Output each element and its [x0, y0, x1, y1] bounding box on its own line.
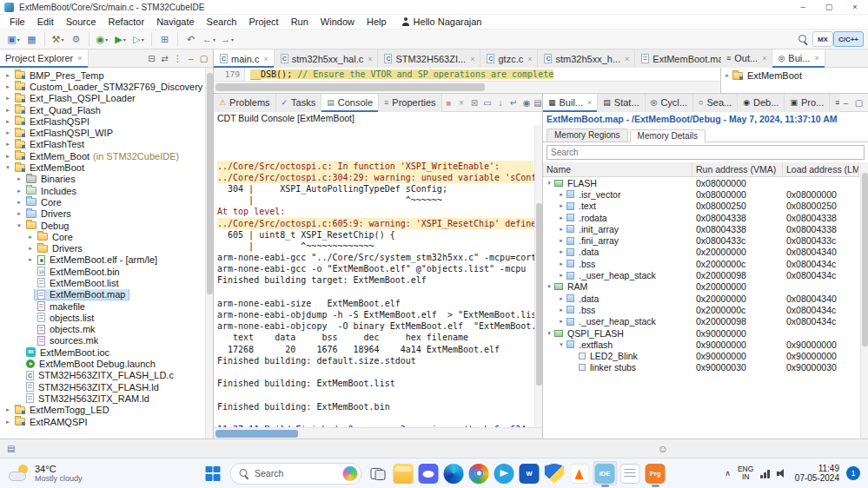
- expander-icon[interactable]: ▸: [723, 72, 732, 79]
- tree-item-extmemboot-list[interactable]: ExtMemBoot.list: [0, 277, 204, 288]
- memory-row-user-heap-stack[interactable]: ▸._user_heap_stack0x200000980x0800434c: [543, 269, 859, 280]
- tab-stat[interactable]: ▤Stat...: [598, 94, 645, 112]
- weather-widget[interactable]: 34°C Mostly cloudy: [0, 464, 91, 484]
- link-with-editor-icon[interactable]: ⇄: [158, 54, 171, 63]
- editor-tab-gtzc-c[interactable]: gtzc.c×: [480, 49, 538, 68]
- dropdown-arrow-icon[interactable]: ▾: [231, 36, 234, 43]
- memory-row-ram[interactable]: ▾RAM0x20000000: [543, 281, 859, 293]
- menu-window[interactable]: Window: [315, 16, 361, 27]
- expander-icon[interactable]: ▸: [3, 72, 12, 79]
- expander-icon[interactable]: ▾: [545, 283, 553, 290]
- remove-launch-icon[interactable]: ×: [455, 98, 468, 108]
- tree-item-extmemboot-ioc[interactable]: ExtMemBoot.ioc: [0, 346, 204, 358]
- close-icon[interactable]: ×: [762, 54, 766, 63]
- memory-search-input[interactable]: [547, 145, 865, 160]
- save-icon[interactable]: ▦: [23, 31, 40, 48]
- expander-icon[interactable]: ▸: [3, 83, 12, 90]
- editor-tab-main-c[interactable]: main.c×: [214, 49, 275, 68]
- tree-item-makefile[interactable]: makefile: [0, 300, 204, 312]
- tab-tasks[interactable]: ✓Tasks: [276, 94, 322, 112]
- expander-icon[interactable]: ▾: [545, 180, 553, 187]
- column-header-load-address-lma[interactable]: Load address (LMA): [783, 162, 859, 176]
- dropdown-arrow-icon[interactable]: ▾: [123, 36, 126, 43]
- menu-navigate[interactable]: Navigate: [150, 16, 200, 27]
- pin-console-icon[interactable]: ◉: [520, 98, 533, 108]
- tree-item-drivers[interactable]: ▸Drivers: [0, 208, 204, 220]
- editor-visible-line[interactable]: 179 __DSB(); // Ensure the VTOR and SP o…: [214, 68, 720, 81]
- new-wizard-icon[interactable]: ▣▾: [5, 31, 22, 48]
- app-chrome[interactable]: [467, 461, 491, 485]
- debug-icon[interactable]: ◉▾: [94, 31, 110, 48]
- dropdown-arrow-icon[interactable]: ▾: [105, 36, 108, 43]
- app-word[interactable]: W: [517, 461, 541, 485]
- expander-icon[interactable]: ▸: [3, 118, 12, 125]
- editor-tab-stm32h563zi[interactable]: STM32H563ZI...×: [378, 49, 480, 68]
- memory-row-led2-blink[interactable]: LED2_Blink0x900000000x90000000: [543, 350, 859, 361]
- minimize-button[interactable]: –: [790, 0, 816, 14]
- external-tools-icon[interactable]: ▷▾: [130, 31, 147, 48]
- terminate-icon[interactable]: ■: [442, 98, 455, 108]
- close-button[interactable]: ×: [842, 0, 868, 14]
- maximize-view-icon[interactable]: ▢: [852, 98, 865, 108]
- expander-icon[interactable]: ▸: [26, 245, 35, 252]
- close-icon[interactable]: ×: [814, 54, 818, 63]
- expander-icon[interactable]: ▸: [3, 141, 12, 148]
- tree-item-extmemboot-map[interactable]: ExtMemBoot.map: [0, 289, 204, 300]
- tab-cycl[interactable]: ◎Cycl...: [646, 94, 693, 112]
- expander-icon[interactable]: ▸: [15, 210, 23, 217]
- tree-item-sources-mk[interactable]: sources.mk: [0, 335, 204, 346]
- tab-problems[interactable]: ⚠Problems: [214, 94, 276, 112]
- tab-disa[interactable]: ≡Disa...: [830, 94, 839, 112]
- close-icon[interactable]: ×: [368, 55, 372, 63]
- menu-source[interactable]: Source: [60, 16, 103, 27]
- expander-icon[interactable]: ▸: [3, 95, 12, 102]
- tab-deb[interactable]: ◉Deb...: [738, 94, 785, 112]
- memory-row-qspi-flash[interactable]: ▾QSPI_FLASH0x90000000: [543, 327, 859, 339]
- tab-pro[interactable]: ▣Pro...: [785, 94, 830, 112]
- menu-help[interactable]: Help: [361, 16, 393, 27]
- app-file-explorer[interactable]: [391, 461, 415, 485]
- column-header-run-address-vma[interactable]: Run address (VMA): [692, 162, 783, 176]
- dropdown-arrow-icon[interactable]: ▾: [142, 36, 144, 43]
- close-icon[interactable]: ×: [470, 55, 474, 63]
- view-menu-icon[interactable]: ⋮: [171, 54, 184, 63]
- expander-icon[interactable]: ▾: [545, 330, 553, 337]
- expander-icon[interactable]: ▸: [557, 295, 566, 302]
- memory-row-user-heap-stack[interactable]: ▸._user_heap_stack0x200000980x0800434c: [543, 316, 859, 327]
- tree-item-extmemboot-debug-launch[interactable]: ExtMemBoot Debug.launch: [0, 358, 204, 369]
- code-line[interactable]: __DSB(); // Ensure the VTOR and SP opera…: [245, 68, 720, 81]
- console-output[interactable]: ../Core/Src/octospi.c: In function 'XSPI…: [214, 125, 542, 427]
- tree-item-extmem-boot[interactable]: ▸ExtMem_Boot(in STM32CubeIDE): [0, 150, 204, 162]
- view-tab-bui[interactable]: ◎Bui...×: [772, 49, 825, 68]
- expander-icon[interactable]: ▸: [3, 419, 12, 425]
- tab-properties[interactable]: ≡Properties: [379, 94, 441, 112]
- subtab-memory-regions[interactable]: Memory Regions: [547, 129, 628, 142]
- app-stm32cubeide[interactable]: IDE: [593, 461, 617, 485]
- tree-item-extmemtogg-led[interactable]: ▸ExtMemTogg_LED: [0, 405, 204, 416]
- tab-project-explorer[interactable]: Project Explorer ×: [0, 49, 89, 68]
- tree-item-ext-flash-qspi-loader[interactable]: ▸Ext_Flash_QSPI_Loader: [0, 93, 204, 104]
- memory-row-bss[interactable]: ▸.bss0x2000000c0x0800434c: [543, 258, 859, 269]
- tree-item-core[interactable]: ▸Core: [0, 231, 204, 242]
- expander-icon[interactable]: ▸: [3, 153, 12, 160]
- tab-sea[interactable]: ○Sea...: [693, 94, 738, 112]
- tree-item-bmp-pres-temp[interactable]: ▸BMP_Pres_Temp: [0, 69, 204, 81]
- expander-icon[interactable]: ▸: [557, 307, 566, 313]
- expander-icon[interactable]: ▸: [26, 256, 35, 263]
- new-connection-icon[interactable]: ⊞: [156, 31, 173, 48]
- maximize-view-icon[interactable]: ▢: [197, 54, 210, 63]
- tree-item-stm32h563zitx-flash-ld[interactable]: STM32H563ZITX_FLASH.ld: [0, 381, 204, 392]
- tab-buil[interactable]: ▦Buil...×: [543, 94, 598, 112]
- tree-item-custom-loader-stm32f769-discovery[interactable]: ▸Custom_Loader_STM32F769_Discovery(in De…: [0, 81, 204, 92]
- expander-icon[interactable]: ▸: [15, 175, 23, 182]
- tree-item-ext-quad-flash[interactable]: ▸Ext_Quad_Flash: [0, 104, 204, 115]
- tree-item-extmemboot-bin[interactable]: ExtMemBoot.bin: [0, 266, 204, 277]
- tab-console[interactable]: ▤Console: [321, 94, 379, 112]
- tree-item-binaries[interactable]: ▸Binaries: [0, 174, 204, 185]
- expander-icon[interactable]: ▸: [557, 248, 566, 255]
- status-left-icon[interactable]: ▤: [7, 444, 15, 453]
- build-target-node[interactable]: ▸ ExtMemBoot: [723, 70, 804, 81]
- editor-tab-stm32h5xx-hal-c[interactable]: stm32h5xx_hal.c×: [275, 49, 379, 68]
- memory-table-scrollbar[interactable]: [860, 162, 868, 439]
- expander-icon[interactable]: ▸: [26, 234, 35, 241]
